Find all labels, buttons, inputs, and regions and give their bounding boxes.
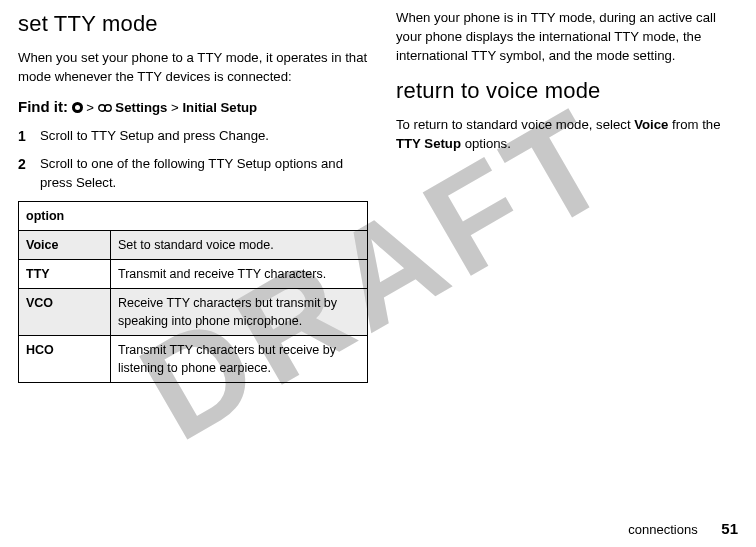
- tty-active-call-paragraph: When your phone is in TTY mode, during a…: [396, 8, 736, 65]
- para2-part-a: To return to standard voice mode, select: [396, 117, 634, 132]
- heading-set-tty-mode: set TTY mode: [18, 8, 368, 40]
- options-table: option Voice Set to standard voice mode.…: [18, 201, 368, 384]
- table-row: VCO Receive TTY characters but transmit …: [19, 288, 368, 335]
- table-header-row: option: [19, 201, 368, 230]
- findit-initial-setup: Initial Setup: [182, 100, 257, 115]
- step-number: 2: [18, 154, 40, 192]
- footer-section-name: connections: [628, 522, 697, 537]
- findit-sep1: >: [83, 100, 98, 115]
- voice-option-ref: Voice: [634, 117, 668, 132]
- find-it-line: Find it: > Settings > Initial Setup: [18, 96, 368, 118]
- option-key: Voice: [19, 230, 111, 259]
- page-content: set TTY mode When you set your phone to …: [0, 0, 756, 500]
- page-footer: connections 51: [628, 520, 738, 537]
- find-it-label: Find it:: [18, 98, 68, 115]
- return-voice-paragraph: To return to standard voice mode, select…: [396, 115, 736, 153]
- table-row: TTY Transmit and receive TTY characters.: [19, 259, 368, 288]
- table-header-cell: option: [19, 201, 368, 230]
- settings-icon: [98, 100, 112, 112]
- para2-part-b: from the: [668, 117, 720, 132]
- right-column: When your phone is in TTY mode, during a…: [396, 8, 736, 500]
- option-key: TTY: [19, 259, 111, 288]
- option-desc: Transmit TTY characters but receive by l…: [111, 336, 368, 383]
- nav-key-icon: [72, 102, 83, 113]
- option-key: HCO: [19, 336, 111, 383]
- step-1: 1 Scroll to TTY Setup and press Change.: [18, 126, 368, 146]
- step-text: Scroll to one of the following TTY Setup…: [40, 154, 368, 192]
- findit-settings: Settings: [115, 100, 167, 115]
- option-desc: Set to standard voice mode.: [111, 230, 368, 259]
- option-desc: Transmit and receive TTY characters.: [111, 259, 368, 288]
- intro-paragraph: When you set your phone to a TTY mode, i…: [18, 48, 368, 86]
- step-text: Scroll to TTY Setup and press Change.: [40, 126, 368, 146]
- step-2: 2 Scroll to one of the following TTY Set…: [18, 154, 368, 192]
- steps-list: 1 Scroll to TTY Setup and press Change. …: [18, 126, 368, 193]
- left-column: set TTY mode When you set your phone to …: [18, 8, 368, 500]
- table-row: Voice Set to standard voice mode.: [19, 230, 368, 259]
- footer-page-number: 51: [721, 520, 738, 537]
- step-number: 1: [18, 126, 40, 146]
- table-row: HCO Transmit TTY characters but receive …: [19, 336, 368, 383]
- tty-setup-ref: TTY Setup: [396, 136, 461, 151]
- option-desc: Receive TTY characters but transmit by s…: [111, 288, 368, 335]
- findit-sep2: >: [167, 100, 182, 115]
- heading-return-voice-mode: return to voice mode: [396, 75, 736, 107]
- option-key: VCO: [19, 288, 111, 335]
- para2-part-c: options.: [461, 136, 511, 151]
